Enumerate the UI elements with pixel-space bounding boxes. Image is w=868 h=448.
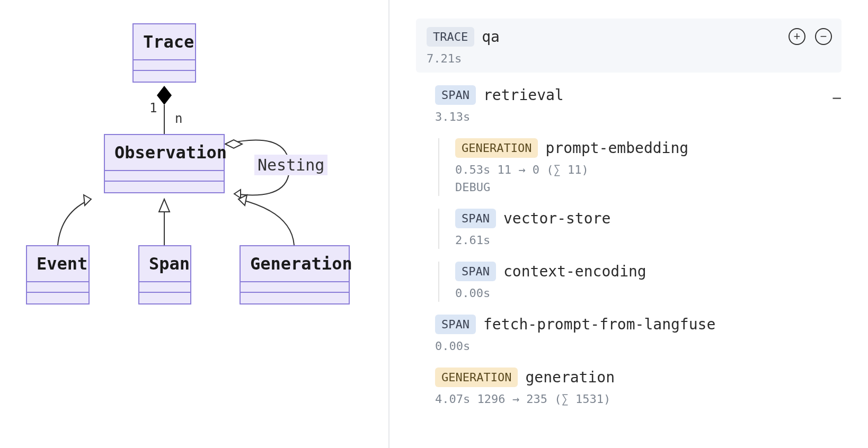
uml-class-title: Event (27, 246, 88, 282)
uml-class-title: Trace (134, 24, 195, 60)
node-extra: DEBUG (455, 181, 842, 194)
expand-all-button[interactable]: + (789, 28, 805, 45)
minus-icon: − (820, 31, 827, 42)
node-meta: 0.00s (455, 286, 842, 300)
cardinality-one: 1 (149, 101, 157, 115)
svg-marker-2 (225, 140, 242, 148)
svg-marker-0 (157, 86, 172, 105)
span-badge: SPAN (455, 209, 496, 228)
node-name: generation (525, 369, 615, 386)
node-meta: 3.13s (435, 110, 842, 123)
span-badge: SPAN (435, 85, 476, 105)
svg-marker-4 (84, 195, 91, 205)
uml-class-generation: Generation (240, 245, 350, 304)
trace-node[interactable]: GENERATIONgeneration4.07s 1296 → 235 (∑ … (419, 368, 842, 408)
uml-class-span: Span (138, 245, 191, 304)
node-meta: 0.53s 11 → 0 (∑ 11) (455, 163, 842, 176)
node-name: fetch-prompt-from-langfuse (483, 316, 715, 333)
trace-node[interactable]: GENERATIONprompt-embedding0.53s 11 → 0 (… (438, 138, 842, 196)
collapse-toggle[interactable]: − (832, 88, 842, 107)
cardinality-many: n (175, 111, 182, 126)
nesting-label: Nesting (254, 155, 327, 175)
uml-class-title: Span (139, 246, 190, 282)
uml-class-title: Observation (105, 135, 224, 171)
trace-panel: TRACE qa 7.21s + − −SPANretrieval3.13sGE… (389, 0, 868, 448)
trace-badge: TRACE (427, 27, 474, 47)
svg-marker-3 (234, 190, 241, 198)
node-name: vector-store (503, 210, 610, 227)
svg-marker-6 (159, 199, 170, 212)
node-name: context-encoding (503, 263, 646, 280)
trace-node[interactable]: SPANvector-store2.61s (438, 209, 842, 249)
trace-node[interactable]: SPANfetch-prompt-from-langfuse0.00s (419, 315, 842, 355)
trace-node[interactable]: −SPANretrieval3.13sGENERATIONprompt-embe… (419, 85, 842, 302)
trace-duration: 7.21s (427, 52, 831, 65)
node-meta: 2.61s (455, 234, 842, 247)
trace-root[interactable]: TRACE qa 7.21s + − (416, 19, 842, 73)
trace-name: qa (482, 28, 500, 46)
node-meta: 4.07s 1296 → 235 (∑ 1531) (435, 392, 842, 406)
generation-badge: GENERATION (455, 138, 538, 158)
svg-marker-7 (238, 195, 247, 205)
node-name: prompt-embedding (545, 139, 688, 157)
node-name: retrieval (483, 86, 564, 104)
uml-class-observation: Observation (104, 134, 225, 193)
span-badge: SPAN (455, 262, 496, 281)
plus-icon: + (794, 31, 801, 42)
generation-badge: GENERATION (435, 368, 518, 387)
node-meta: 0.00s (435, 339, 842, 353)
span-badge: SPAN (435, 315, 476, 334)
trace-node[interactable]: SPANcontext-encoding0.00s (438, 262, 842, 302)
uml-class-title: Generation (241, 246, 349, 282)
diagram-panel: Trace 1 n Observation Nesting Event Span… (0, 0, 389, 448)
uml-class-trace: Trace (132, 23, 196, 83)
uml-class-event: Event (26, 245, 90, 304)
collapse-all-button[interactable]: − (815, 28, 832, 45)
